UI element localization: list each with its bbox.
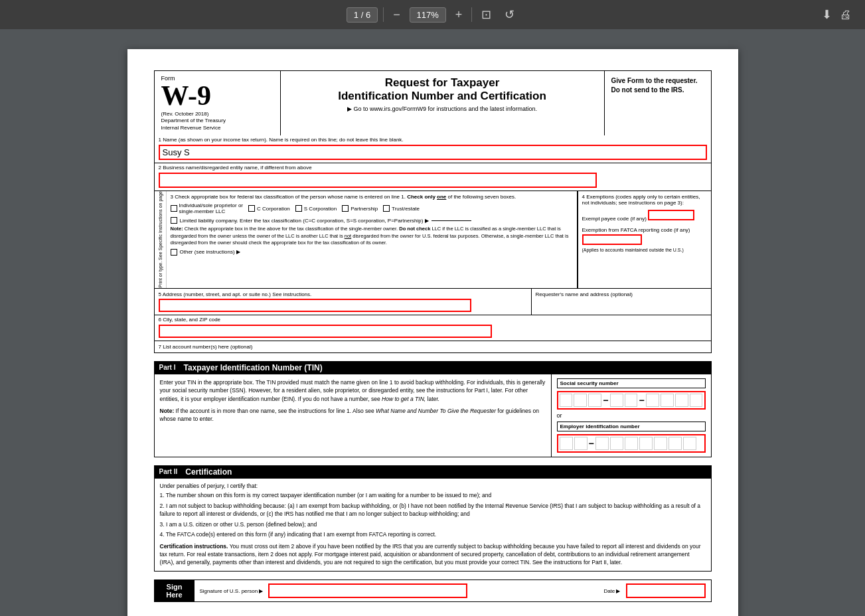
requester-area: Requester's name and address (optional) [532,289,711,315]
line5-label: 5 Address (number, street, and apt. or s… [159,291,527,297]
form-dept: Department of the Treasury Internal Reve… [161,117,274,131]
requester-label: Requester's name and address (optional) [536,291,707,297]
line2-input[interactable] [159,173,597,188]
exempt-payee-input[interactable] [648,210,694,220]
fatca-label: Exemption from FATCA reporting code (if … [582,227,707,233]
fit-page-button[interactable]: ⊡ [477,5,495,25]
zoom-level[interactable]: 117% [410,7,446,23]
cert-instructions: Certification instructions. You must cro… [160,543,706,567]
opt-c-corp-label: C Corporation [257,206,290,212]
opt-individual[interactable]: Individual/sole proprietor orsingle-memb… [171,202,244,214]
checkbox-individual[interactable] [171,205,177,212]
classification-left: 3 Check appropriate box for federal tax … [167,191,578,288]
form-number: W-9 [161,82,274,110]
print-button[interactable]: 🖨 [840,7,852,22]
ssn-box-9[interactable] [690,394,703,407]
pdf-page: Form W-9 (Rev. October 2018) Department … [127,49,738,616]
divider [383,7,384,22]
line2-label: 2 Business name/disregarded entity name,… [155,163,711,171]
part1-title: Taxpayer Identification Number (TIN) [184,363,323,372]
ein-boxes[interactable]: − [557,434,706,453]
ssn-box-5[interactable] [625,394,638,407]
ein-box-4[interactable] [610,437,623,450]
checkbox-partnership[interactable] [342,205,349,212]
ssn-box-3[interactable] [588,394,601,407]
opt-s-corp[interactable]: S Corporation [295,205,337,212]
fatca-input[interactable] [582,234,642,245]
ssn-box-4[interactable] [610,394,623,407]
ssn-dash-1: − [603,395,608,406]
part2-header: Part II Certification [154,465,712,479]
line1-label: 1 Name (as shown on your income tax retu… [155,135,711,143]
cert-intro: Under penalties of perjury, I certify th… [160,483,706,489]
sign-here-label: Sign Here [155,580,195,601]
form-header: Form W-9 (Rev. October 2018) Department … [154,70,712,135]
ein-box-3[interactable] [595,437,609,450]
checkbox-other[interactable] [171,249,177,256]
divider2 [471,7,472,22]
checkbox-c-corp[interactable] [248,205,255,212]
current-page: 1 [354,10,358,20]
opt-c-corp[interactable]: C Corporation [248,205,290,212]
ein-box-7[interactable] [654,437,667,450]
ein-box-8[interactable] [668,437,682,450]
part1-header: Part I Taxpayer Identification Number (T… [154,361,712,374]
ssn-box-8[interactable] [675,394,688,407]
ein-dash: − [589,438,594,449]
ssn-box-2[interactable] [574,394,587,407]
address-left: 5 Address (number, street, and apt. or s… [155,289,532,315]
ssn-dash-2: − [639,395,644,406]
ein-box-5[interactable] [625,437,638,450]
ssn-box-7[interactable] [661,394,674,407]
opt-s-corp-label: S Corporation [304,206,337,212]
fatca-note: (Applies to accounts maintained outside … [582,248,707,252]
opt-trust-label: Trust/estate [392,206,420,212]
line1-input[interactable] [159,145,707,160]
download-button[interactable]: ⬇ [822,7,832,22]
tin-left: Enter your TIN in the appropriate box. T… [155,374,552,457]
tin-right: Social security number − − or Employer i… [552,374,711,457]
cert-item-2: 2. I am not subject to backup withholdin… [160,502,706,518]
ssn-label: Social security number [557,378,706,388]
line7-row: 7 List account number(s) here (optional) [154,341,712,353]
checkbox-llc[interactable] [171,217,177,224]
line6-input[interactable] [159,325,493,338]
opt-individual-label: Individual/sole proprietor orsingle-memb… [179,202,244,214]
ssn-boxes[interactable]: − − [557,391,706,410]
cert-item-4: 4. The FATCA code(s) entered on this for… [160,531,706,539]
llc-line[interactable] [432,220,471,221]
zoom-out-button[interactable]: − [389,5,404,25]
form-title-main: Request for Taxpayer [287,76,597,90]
llc-note: Note: Check the appropriate box in the l… [171,226,573,247]
ein-box-9[interactable] [683,437,696,450]
ssn-box-6[interactable] [646,394,659,407]
ein-box-2[interactable] [574,437,588,450]
ein-box-1[interactable] [560,437,573,450]
zoom-in-button[interactable]: + [451,5,467,25]
signature-input[interactable] [268,583,467,598]
total-pages: 6 [366,10,370,20]
fatca-section: Exemption from FATCA reporting code (if … [582,227,707,252]
other-label: Other (see instructions) ▶ [180,249,240,255]
toolbar-right: ⬇ 🖨 [822,7,852,22]
cert-item-3: 3. I am a U.S. citizen or other U.S. per… [160,521,706,529]
line1-row: 1 Name (as shown on your income tax retu… [154,135,712,163]
part1-label: Part I [159,364,176,371]
checkbox-trust[interactable] [383,205,390,212]
checkbox-s-corp[interactable] [295,205,302,212]
page-indicator[interactable]: 1 / 6 [347,7,378,23]
form-title-sub: Identification Number and Certification [287,90,597,103]
opt-partnership[interactable]: Partnership [342,205,378,212]
other-row: Other (see instructions) ▶ [171,249,573,256]
form-header-right: Give Form to the requester. Do not send … [605,71,711,135]
opt-trust[interactable]: Trust/estate [383,205,420,212]
line5-row: 5 Address (number, street, and apt. or s… [154,289,712,315]
opt-partnership-label: Partnership [351,206,378,212]
line5-input[interactable] [159,299,472,312]
ssn-box-1[interactable] [560,394,573,407]
rotate-button[interactable]: ↺ [501,5,518,25]
tin-note: Note: If the account is in more than one… [160,407,546,424]
form-rev: (Rev. October 2018) [161,111,274,117]
ein-box-6[interactable] [639,437,653,450]
date-input[interactable] [626,583,706,598]
